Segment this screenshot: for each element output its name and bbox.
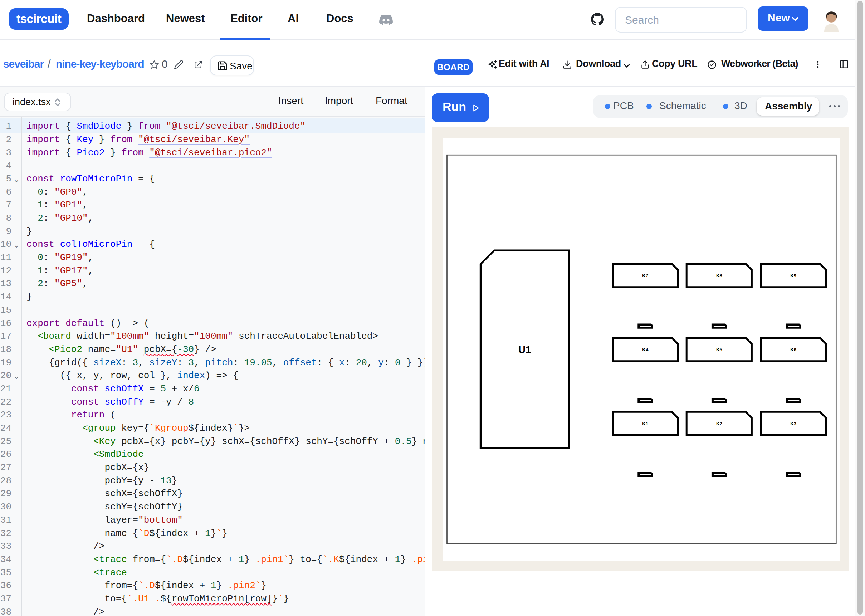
svg-text:K1: K1	[642, 421, 648, 426]
svg-text:K8: K8	[716, 273, 722, 278]
svg-text:K3: K3	[791, 421, 797, 426]
svg-text:K7: K7	[642, 273, 648, 278]
svg-text:U1: U1	[518, 344, 531, 355]
svg-text:K5: K5	[716, 347, 722, 353]
svg-text:K6: K6	[791, 347, 797, 353]
svg-text:K9: K9	[791, 273, 797, 278]
svg-text:K2: K2	[716, 421, 722, 426]
svg-text:K4: K4	[642, 347, 649, 353]
